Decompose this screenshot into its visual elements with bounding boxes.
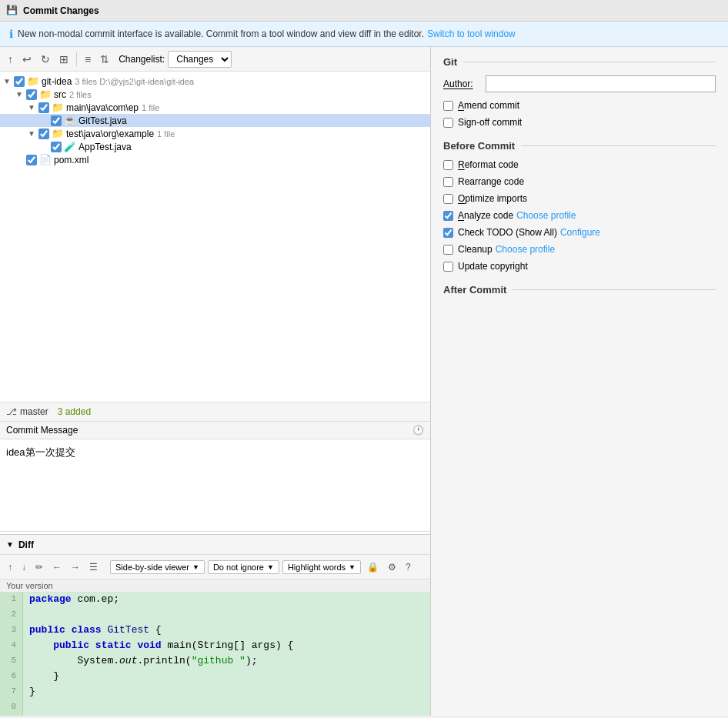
tree-label: test\java\org\example [66,129,154,139]
diff-prev-button[interactable]: ← [49,560,65,574]
git-section-header: Git [443,56,716,68]
diff-up-button[interactable]: ↑ [5,560,15,574]
line-num: 7 [0,685,23,700]
file-tree: ▼ 📁 git-idea 3 files D:\@yjs2\git-idea\g… [0,72,430,402]
commit-section: Commit Message 🕐 idea第一次提交 [0,422,430,534]
file-tree-toolbar: ↑ ↩ ↻ ⊞ ≡ ⇅ Changelist: Changes [0,47,430,72]
tree-checkbox-test-java[interactable] [38,129,49,139]
rearrange-code-checkbox[interactable] [443,177,453,187]
tree-item-pom[interactable]: 📄 pom.xml [0,153,430,166]
commit-label-bar: Commit Message 🕐 [0,422,430,439]
tree-meta: 2 files [69,90,92,99]
reformat-code-checkbox[interactable] [443,160,453,170]
help-button[interactable]: ? [402,560,414,574]
tree-checkbox-src[interactable] [26,89,37,100]
highlight-dropdown-label: Highlight words [288,563,346,572]
amend-commit-checkbox[interactable] [443,101,453,111]
analyze-code-row: Analyze code Choose profile [443,210,716,221]
signoff-commit-label: Sign-off commit [458,117,522,128]
author-label: Author: [443,78,486,89]
update-copyright-row: Update copyright [443,261,716,272]
switch-to-tool-window-link[interactable]: Switch to tool window [427,28,516,39]
refresh-button[interactable]: ↻ [38,52,53,67]
line-content: public static void main(String[] args) { [23,639,299,654]
line-num: 8 [0,700,23,716]
changelist-dropdown[interactable]: Changes [168,51,232,68]
cleanup-checkbox[interactable] [443,245,453,255]
tree-arrow: ▼ [28,103,38,112]
check-todo-configure-link[interactable]: Configure [560,227,600,238]
ignore-dropdown[interactable]: Do not ignore ▼ [208,560,279,574]
highlight-dropdown[interactable]: Highlight words ▼ [282,560,361,574]
line-content [23,700,35,716]
line-num: 6 [0,670,23,685]
author-input[interactable] [486,75,716,92]
diff-collapse-arrow: ▼ [6,540,14,549]
diff-next-button[interactable]: → [68,560,83,574]
analyze-code-checkbox[interactable] [443,211,453,221]
folder-icon: 📁 [52,128,64,139]
update-copyright-checkbox[interactable] [443,262,453,272]
move-up-button[interactable]: ↑ [5,52,16,67]
tree-item-main-java[interactable]: ▼ 📁 main\java\com\ep 1 file [0,101,430,114]
tree-arrow [40,142,51,151]
amend-commit-label: Amend commit [458,100,519,111]
title-bar-text: Commit Changes [23,5,99,16]
diff-section: ▼ Diff ↑ ↓ ✏ ← → ☰ Side-by-side viewer ▼… [0,534,430,716]
cleanup-row: Cleanup Choose profile [443,244,716,255]
lock-button[interactable]: 🔒 [364,560,382,574]
line-num: 2 [0,608,23,623]
signoff-commit-row: Sign-off commit [443,117,716,128]
clock-icon: 🕐 [412,425,424,436]
optimize-imports-checkbox[interactable] [443,194,453,204]
folder-icon: 📁 [39,88,52,100]
code-line-2: 2 [0,608,430,623]
expand-button[interactable]: ≡ [82,52,94,67]
check-todo-checkbox[interactable] [443,228,453,238]
signoff-commit-checkbox[interactable] [443,118,453,128]
tree-label: pom.xml [54,155,88,165]
commit-textarea[interactable]: idea第一次提交 [0,439,430,532]
code-line-5: 5 System.out.println("github "); [0,654,430,670]
tree-arrow: ▼ [3,77,14,85]
info-banner-text: New non-modal commit interface is availa… [18,28,424,39]
folder-icon: 📁 [27,75,39,87]
git-title: Git [443,56,457,68]
tree-checkbox-gitTest[interactable] [51,115,62,126]
tree-item-gitTest[interactable]: ☕ GitTest.java [0,114,430,127]
update-copyright-label: Update copyright [458,261,528,272]
before-commit-title: Before Commit [443,140,515,152]
rollback-button[interactable]: ↩ [19,52,35,67]
tree-item-git-idea[interactable]: ▼ 📁 git-idea 3 files D:\@yjs2\git-idea\g… [0,75,430,88]
diff-header[interactable]: ▼ Diff [0,535,430,555]
tree-checkbox-main-java[interactable] [38,102,49,113]
tree-meta: 3 files D:\@yjs2\git-idea\git-idea [75,77,194,86]
group-button[interactable]: ⊞ [56,52,72,67]
tree-checkbox-appTest[interactable] [51,142,62,152]
right-panel: Git Author: Amend commit Sign-off commit… [431,47,728,716]
title-bar: 💾 Commit Changes [0,0,728,22]
code-block: 1 package com.ep; 2 3 public class GitTe… [0,593,430,716]
cleanup-choose-profile-link[interactable]: Choose profile [496,244,555,255]
tree-label: AppTest.java [78,142,132,152]
tree-item-test-java[interactable]: ▼ 📁 test\java\org\example 1 file [0,127,430,140]
git-section: Git Author: Amend commit Sign-off commit… [431,47,728,312]
after-commit-header: After Commit [443,284,716,296]
diff-down-button[interactable]: ↓ [18,560,29,574]
diff-menu-button[interactable]: ☰ [86,560,101,574]
info-banner: ℹ New non-modal commit interface is avai… [0,22,728,47]
reformat-code-row: Reformat code [443,159,716,170]
your-version-label: Your version [0,579,430,593]
tree-item-src[interactable]: ▼ 📁 src 2 files [0,88,430,101]
line-content: } [23,685,42,700]
tree-item-appTest[interactable]: 🧪 AppTest.java [0,140,430,153]
settings-button[interactable]: ⚙ [385,560,399,574]
line-content: public class GitTest { [23,623,168,639]
tree-checkbox-git-idea[interactable] [14,76,25,87]
line-num: 4 [0,639,23,654]
viewer-dropdown[interactable]: Side-by-side viewer ▼ [110,560,205,574]
tree-checkbox-pom[interactable] [26,155,37,165]
diff-edit-button[interactable]: ✏ [32,560,46,574]
collapse-button[interactable]: ⇅ [97,52,112,67]
analyze-code-choose-profile-link[interactable]: Choose profile [516,210,576,221]
